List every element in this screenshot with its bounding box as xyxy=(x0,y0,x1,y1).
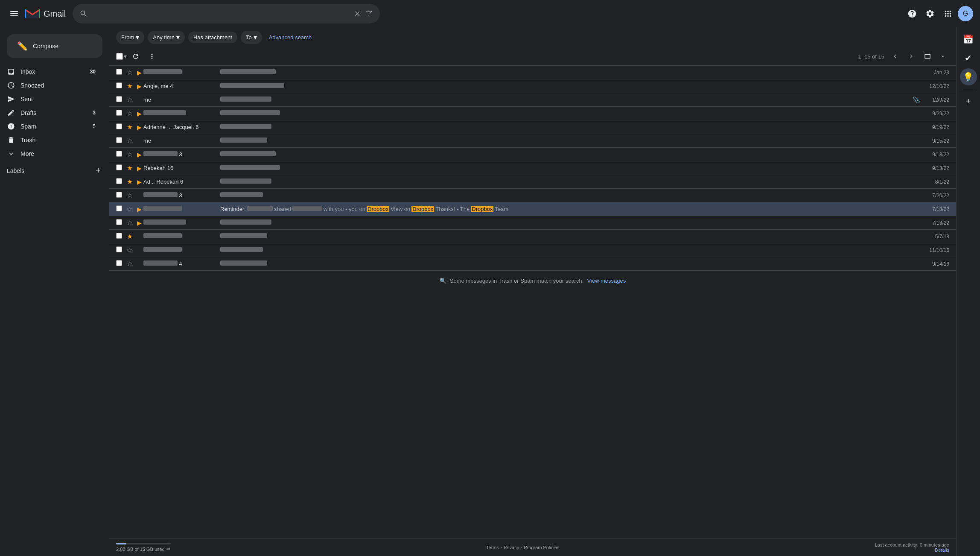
compose-button[interactable]: ✏️ Compose xyxy=(7,34,102,58)
search-clear-button[interactable] xyxy=(353,10,361,18)
search-options-button[interactable] xyxy=(365,9,373,18)
row-checkbox-1[interactable] xyxy=(116,69,125,76)
settings-button[interactable] xyxy=(922,6,938,22)
table-row[interactable]: ☆ 11/10/16 xyxy=(109,243,956,257)
row-important-12[interactable]: ▶ xyxy=(135,219,143,226)
row-star-1[interactable]: ☆ xyxy=(125,68,135,76)
sidebar-item-inbox[interactable]: Inbox 30 xyxy=(0,65,102,79)
next-page-button[interactable] xyxy=(904,49,919,64)
row-star-10[interactable]: ☆ xyxy=(125,191,135,199)
row-important-8[interactable]: ▶ xyxy=(135,165,143,172)
refresh-button[interactable] xyxy=(128,49,143,64)
help-button[interactable] xyxy=(904,6,920,22)
row-important-7[interactable]: ▶ xyxy=(135,151,143,158)
row-star-15[interactable]: ☆ xyxy=(125,260,135,268)
row-star-2[interactable]: ★ xyxy=(125,82,135,90)
row-star-14[interactable]: ☆ xyxy=(125,246,135,254)
storage-edit-icon[interactable]: ✏ xyxy=(166,546,171,552)
select-all-checkbox[interactable] xyxy=(116,53,123,60)
row-checkbox-6[interactable] xyxy=(116,137,125,145)
time-filter[interactable]: Any time ▾ xyxy=(148,31,185,44)
row-important-11[interactable]: ▶ xyxy=(135,206,143,213)
row-important-9[interactable]: ▶ xyxy=(135,179,143,185)
row-important-1[interactable]: ▶ xyxy=(135,69,143,76)
row-checkbox-7[interactable] xyxy=(116,151,125,158)
table-row[interactable]: ☆ 3 7/20/22 xyxy=(109,189,956,202)
table-row[interactable]: ☆ ▶ 7/13/22 xyxy=(109,216,956,230)
from-filter[interactable]: From ▾ xyxy=(116,31,144,44)
sidebar-item-trash[interactable]: Trash xyxy=(0,133,102,147)
to-filter[interactable]: To ▾ xyxy=(241,31,262,44)
row-star-5[interactable]: ★ xyxy=(125,123,135,131)
privacy-link[interactable]: Privacy xyxy=(504,545,519,550)
search-input[interactable]: dropbox xyxy=(91,10,350,18)
select-all-dropdown-icon[interactable]: ▾ xyxy=(124,53,127,60)
attachment-filter[interactable]: Has attachment xyxy=(188,32,237,43)
view-messages-link[interactable]: View messages xyxy=(587,278,626,284)
from-label: From xyxy=(121,34,134,41)
row-checkbox-14[interactable] xyxy=(116,246,125,254)
row-snippet-4 xyxy=(220,110,920,117)
sidebar-item-spam[interactable]: Spam 5 xyxy=(0,120,102,133)
table-row[interactable]: ☆ 4 9/14/16 xyxy=(109,257,956,271)
row-important-5[interactable]: ▶ xyxy=(135,124,143,131)
search-submit-button[interactable] xyxy=(79,9,88,18)
row-star-6[interactable]: ☆ xyxy=(125,137,135,145)
row-date-13: 5/7/18 xyxy=(924,234,949,240)
terms-link[interactable]: Terms xyxy=(486,545,499,550)
row-important-4[interactable]: ▶ xyxy=(135,110,143,117)
row-checkbox-15[interactable] xyxy=(116,260,125,268)
right-panel-add-button[interactable]: + xyxy=(960,93,977,110)
table-row[interactable]: ☆ ▶ 3 9/13/22 xyxy=(109,148,956,161)
labels-add-button[interactable]: + xyxy=(94,164,102,177)
table-row[interactable]: ☆ ▶ 9/29/22 xyxy=(109,107,956,120)
right-panel-keep-button[interactable]: 💡 xyxy=(960,68,977,85)
row-checkbox-12[interactable] xyxy=(116,219,125,227)
hamburger-button[interactable] xyxy=(7,6,21,21)
table-row[interactable]: ☆ ▶ Reminder: shared with you - you on D… xyxy=(109,202,956,216)
table-row[interactable]: ★ ▶ Ad... Rebekah 6 8/1/22 xyxy=(109,175,956,189)
table-row[interactable]: ☆ ▶ Jan 23 xyxy=(109,66,956,79)
sidebar-item-snoozed[interactable]: Snoozed xyxy=(0,79,102,92)
table-row[interactable]: ★ ▶ Rebekah 16 9/13/22 xyxy=(109,161,956,175)
table-row[interactable]: ★ 5/7/18 xyxy=(109,230,956,243)
row-star-13[interactable]: ★ xyxy=(125,232,135,240)
row-star-7[interactable]: ☆ xyxy=(125,150,135,158)
table-row[interactable]: ★ ▶ Angie, me 4 12/10/22 xyxy=(109,79,956,93)
row-date-10: 7/20/22 xyxy=(924,193,949,199)
details-link[interactable]: Details xyxy=(935,547,949,553)
row-star-3[interactable]: ☆ xyxy=(125,96,135,104)
more-actions-button[interactable] xyxy=(145,49,159,64)
account-avatar[interactable]: G xyxy=(958,6,973,21)
row-checkbox-10[interactable] xyxy=(116,192,125,199)
table-row[interactable]: ☆ me 9/15/22 xyxy=(109,134,956,148)
row-checkbox-11[interactable] xyxy=(116,205,125,213)
row-star-9[interactable]: ★ xyxy=(125,178,135,186)
right-panel-calendar-button[interactable]: 📅 xyxy=(960,31,977,48)
advanced-search-button[interactable]: Advanced search xyxy=(265,32,315,43)
row-checkbox-4[interactable] xyxy=(116,110,125,117)
row-star-4[interactable]: ☆ xyxy=(125,109,135,117)
row-checkbox-5[interactable] xyxy=(116,123,125,131)
row-star-11[interactable]: ☆ xyxy=(125,205,135,213)
right-panel-tasks-button[interactable]: ✔ xyxy=(960,50,977,67)
program-policies-link[interactable]: Program Policies xyxy=(524,545,559,550)
row-star-12[interactable]: ☆ xyxy=(125,219,135,227)
sidebar-item-sent[interactable]: Sent xyxy=(0,92,102,106)
table-row[interactable]: ★ ▶ Adrienne ... Jacquel. 6 9/19/22 xyxy=(109,120,956,134)
view-dropdown-button[interactable] xyxy=(936,50,949,63)
view-options-button[interactable] xyxy=(920,49,935,64)
prev-page-button[interactable] xyxy=(888,49,902,64)
row-checkbox-2[interactable] xyxy=(116,82,125,90)
sidebar-item-drafts[interactable]: Drafts 3 xyxy=(0,106,102,120)
row-checkbox-9[interactable] xyxy=(116,178,125,186)
row-important-2[interactable]: ▶ xyxy=(135,83,143,90)
row-checkbox-13[interactable] xyxy=(116,233,125,240)
apps-button[interactable] xyxy=(940,6,956,22)
sidebar-item-more[interactable]: More xyxy=(0,147,102,161)
row-checkbox-3[interactable] xyxy=(116,96,125,104)
table-row[interactable]: ☆ me 📎 12/9/22 xyxy=(109,93,956,107)
snippet-blurred-1 xyxy=(247,206,273,212)
row-star-8[interactable]: ★ xyxy=(125,164,135,172)
row-checkbox-8[interactable] xyxy=(116,164,125,172)
